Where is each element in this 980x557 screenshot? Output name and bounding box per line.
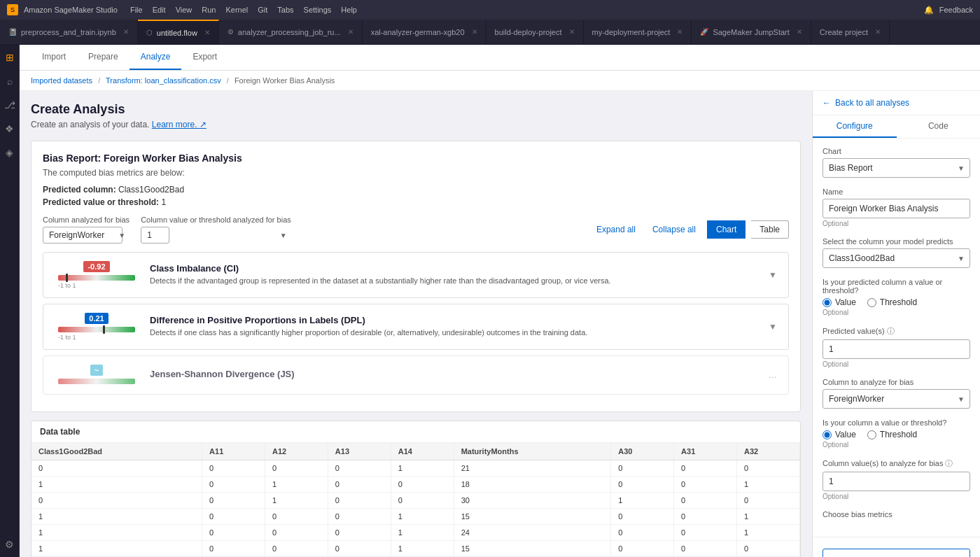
files-icon[interactable]: ⊞ (3, 50, 17, 64)
collapse-all-button[interactable]: Collapse all (647, 222, 701, 237)
column-radio-value-input[interactable] (822, 430, 832, 439)
column-type-label: Is your column a value or threshold? (822, 418, 970, 427)
nav-tab-analyze[interactable]: Analyze (130, 45, 182, 70)
tab-close[interactable]: ✕ (204, 29, 210, 36)
breadcrumb-link-1[interactable]: Imported datasets (31, 76, 92, 85)
notification-icon[interactable]: 🔔 (924, 6, 934, 15)
git-icon[interactable]: ⎇ (3, 98, 17, 112)
check-bias-button[interactable]: Check for bias (822, 549, 970, 557)
predicted-values-label: Predicted value(s) ⓘ (822, 326, 970, 337)
extensions-icon[interactable]: ❖ (3, 122, 17, 136)
menu-bar: FileEditViewRunKernelGitTabsSettingsHelp (130, 6, 357, 14)
search-icon[interactable]: ⌕ (3, 74, 17, 88)
metric-row-ci: -0.92 -1 to 1 Class Imbalance (CI) (43, 252, 789, 298)
metric-scale-label-ci: -1 to 1 (58, 282, 135, 289)
feedback-label[interactable]: Feedback (939, 6, 973, 14)
column-bias-select[interactable]: ForeignWorker Age (822, 389, 970, 409)
column-type-optional: Optional (822, 441, 970, 449)
column-radio-threshold[interactable]: Threshold (867, 430, 917, 439)
table-cell: 0 (328, 460, 391, 477)
predicted-type-radio-group: Value Threshold (822, 297, 970, 307)
settings-icon[interactable]: ⚙ (3, 537, 17, 551)
menu-item-file[interactable]: File (130, 6, 143, 14)
tab-untitled-flow[interactable]: ⬡ untitled.flow ✕ (138, 20, 219, 45)
menu-item-edit[interactable]: Edit (153, 6, 166, 14)
tab-close[interactable]: ✕ (797, 28, 802, 36)
tab-configure[interactable]: Configure (813, 115, 897, 138)
tab-create-project[interactable]: Create project ✕ (811, 20, 890, 45)
tab-label: SageMaker JumpStart (713, 28, 789, 36)
radio-value[interactable]: Value (822, 297, 856, 307)
nav-tab-prepare[interactable]: Prepare (77, 45, 130, 70)
menu-item-view[interactable]: View (176, 6, 192, 14)
table-cell: 0 (31, 460, 202, 477)
expand-all-button[interactable]: Expand all (591, 222, 641, 237)
tab-label: analyzer_processing_job_ru... (238, 28, 341, 36)
tab-analyzer[interactable]: ⚙ analyzer_processing_job_ru... ✕ (219, 20, 363, 45)
metric-row-header-ci[interactable]: -0.92 -1 to 1 Class Imbalance (CI) (43, 253, 788, 297)
menu-item-help[interactable]: Help (341, 6, 357, 14)
nav-tab-export[interactable]: Export (181, 45, 228, 70)
radio-value-input[interactable] (822, 298, 832, 307)
table-cell: 0 (265, 460, 328, 477)
menu-item-tabs[interactable]: Tabs (277, 6, 293, 14)
tab-close[interactable]: ✕ (875, 28, 881, 36)
back-to-analyses[interactable]: ← Back to all analyses (813, 91, 980, 115)
table-cell: 0 (31, 493, 202, 509)
table-cell: 1 (31, 509, 202, 525)
column-select[interactable]: ForeignWorker Age (43, 227, 122, 244)
back-label: Back to all analyses (835, 98, 909, 108)
radio-threshold-input[interactable] (867, 298, 876, 307)
table-cell: 0 (202, 460, 265, 477)
tab-close[interactable]: ✕ (123, 28, 129, 36)
tab-label: untitled.flow (157, 29, 197, 37)
table-header-row: Class1Good2Bad A11 A12 A13 A14 MaturityM… (31, 443, 800, 460)
table-row: 1010018001 (31, 477, 800, 493)
metric-row-header-js[interactable]: ~ Jensen-Shannon Divergence (JS) … (43, 356, 788, 394)
data-table-wrapper[interactable]: Class1Good2Bad A11 A12 A13 A14 MaturityM… (31, 443, 800, 557)
right-panel-tabs: Configure Code (813, 115, 980, 139)
threshold-select[interactable]: 1 0 (141, 227, 169, 244)
table-cell: 0 (737, 493, 800, 509)
chart-toggle-button[interactable]: Chart (707, 220, 746, 239)
menu-item-run[interactable]: Run (202, 6, 216, 14)
column-values-input[interactable] (822, 472, 970, 491)
back-arrow-icon: ← (822, 98, 831, 108)
tab-my-deployment[interactable]: my-deployment-project ✕ (584, 20, 692, 45)
name-label: Name (822, 188, 970, 196)
divider (813, 537, 980, 537)
column-radio-value[interactable]: Value (822, 430, 856, 439)
right-panel-body: Chart Bias Report Feature Importance ▼ N… (813, 139, 980, 537)
tab-close[interactable]: ✕ (348, 28, 354, 36)
chart-select[interactable]: Bias Report Feature Importance (822, 158, 970, 178)
column-radio-threshold-input[interactable] (867, 430, 876, 439)
model-column-select-wrap: Class1Good2Bad ForeignWorker ▼ (822, 248, 970, 268)
menu-item-kernel[interactable]: Kernel (225, 6, 248, 14)
menu-item-git[interactable]: Git (258, 6, 267, 14)
tab-preprocess[interactable]: 📓 preprocess_and_train.ipynb ✕ (0, 20, 138, 45)
data-table-section: Data table Class1Good2Bad A11 A12 A13 A1… (31, 421, 801, 557)
radio-threshold[interactable]: Threshold (867, 297, 917, 307)
metric-title-js: Jensen-Shannon Divergence (JS) (150, 369, 763, 379)
nodes-icon[interactable]: ◈ (3, 146, 17, 160)
predicted-type-label: Is your predicted column a value or thre… (822, 278, 970, 295)
predicted-values-input[interactable] (822, 339, 970, 359)
menu-item-settings[interactable]: Settings (304, 6, 332, 14)
breadcrumb-link-2[interactable]: Transform: loan_classification.csv (106, 76, 221, 85)
tab-build-deploy[interactable]: build-deploy-project ✕ (486, 20, 584, 45)
model-column-select[interactable]: Class1Good2Bad ForeignWorker (822, 248, 970, 268)
table-toggle-button[interactable]: Table (751, 220, 789, 239)
name-input[interactable] (822, 199, 970, 218)
metric-row-dpl: 0.21 -1 to 1 Difference in Positive Prop… (43, 304, 789, 350)
tab-xal-analyzer[interactable]: xal-analyzer-german-xgb20 ✕ (363, 20, 486, 45)
tab-jumpstart[interactable]: 🚀 SageMaker JumpStart ✕ (692, 20, 811, 45)
table-row: 0010030100 (31, 493, 800, 509)
tab-close[interactable]: ✕ (677, 28, 682, 36)
metric-row-header-dpl[interactable]: 0.21 -1 to 1 Difference in Positive Prop… (43, 304, 788, 349)
table-cell: 0 (202, 525, 265, 541)
tab-close[interactable]: ✕ (472, 28, 477, 36)
tab-close[interactable]: ✕ (569, 28, 575, 36)
learn-more-link[interactable]: Learn more. ↗ (152, 120, 206, 129)
nav-tab-import[interactable]: Import (31, 45, 77, 70)
tab-code[interactable]: Code (897, 115, 981, 138)
